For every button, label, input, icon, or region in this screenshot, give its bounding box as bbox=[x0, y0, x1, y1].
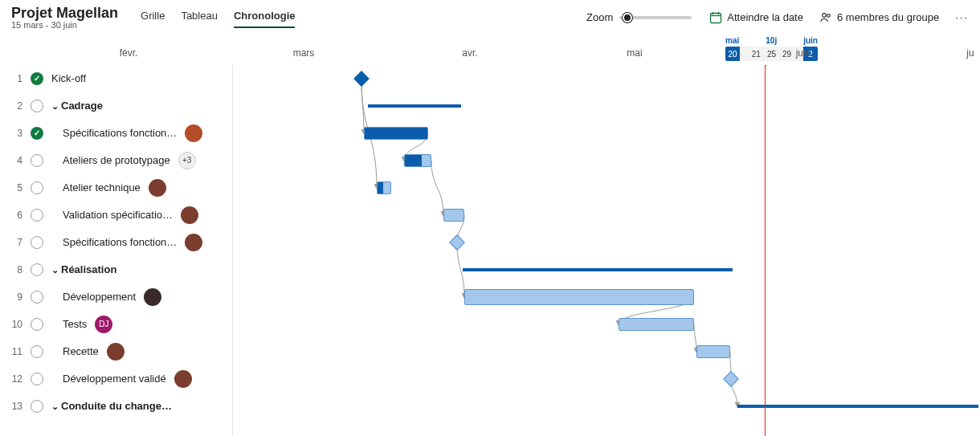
task-name-label: Conduite du changeme… bbox=[51, 400, 172, 412]
gantt-row bbox=[233, 256, 980, 283]
task-bar[interactable] bbox=[619, 318, 694, 331]
gantt-row bbox=[233, 229, 980, 256]
gantt-row bbox=[233, 92, 980, 120]
task-avatar[interactable] bbox=[181, 206, 198, 224]
task-row-number: 8 bbox=[8, 264, 22, 275]
tab-table[interactable]: Tableau bbox=[181, 6, 218, 28]
tab-timeline[interactable]: Chronologie bbox=[234, 6, 296, 28]
group-members-button[interactable]: 6 membres du groupe bbox=[819, 11, 939, 24]
task-status-circle[interactable] bbox=[31, 236, 43, 249]
today-line bbox=[765, 65, 766, 436]
task-row[interactable]: 4Ateliers de prototypage+3 bbox=[0, 147, 232, 174]
gantt-chart-panel[interactable] bbox=[233, 65, 980, 436]
task-row[interactable]: 8Réalisation bbox=[0, 256, 232, 283]
task-name-label: Spécifications fonction… bbox=[63, 127, 177, 139]
svg-rect-0 bbox=[711, 13, 721, 22]
minimap-right-month: juin bbox=[803, 36, 818, 45]
ellipsis-icon: ··· bbox=[955, 11, 969, 23]
ruler-month-label: juin bbox=[796, 47, 811, 59]
task-status-circle[interactable] bbox=[31, 318, 43, 331]
summary-bar[interactable] bbox=[737, 405, 978, 408]
task-row[interactable]: 6Validation spécificatio… bbox=[0, 202, 232, 229]
task-avatar[interactable] bbox=[149, 179, 166, 197]
minimap-day: 25 bbox=[767, 50, 776, 59]
task-status-circle[interactable] bbox=[31, 373, 43, 385]
task-row[interactable]: 9Développement bbox=[0, 283, 232, 311]
task-status-circle[interactable] bbox=[31, 72, 43, 85]
task-status-circle[interactable] bbox=[31, 209, 43, 222]
summary-bar[interactable] bbox=[368, 104, 461, 108]
task-name-label: Développement bbox=[63, 291, 136, 303]
task-avatar[interactable] bbox=[107, 343, 125, 361]
task-name-label: Validation spécificatio… bbox=[63, 209, 173, 221]
content-area: 1Kick-off2Cadrage3Spécifications fonctio… bbox=[0, 65, 980, 436]
task-row-number: 11 bbox=[8, 346, 22, 357]
task-avatar[interactable]: +3 bbox=[178, 152, 196, 169]
milestone-marker[interactable] bbox=[449, 234, 465, 251]
task-row-number: 5 bbox=[8, 182, 22, 194]
task-bar[interactable] bbox=[443, 209, 464, 222]
view-tabs: Grille Tableau Chronologie bbox=[141, 6, 295, 28]
task-bar[interactable] bbox=[364, 127, 428, 140]
milestone-marker[interactable] bbox=[353, 71, 370, 87]
task-row[interactable]: 10TestsDJ bbox=[0, 311, 232, 338]
task-bar[interactable] bbox=[696, 345, 730, 358]
task-row[interactable]: 13Conduite du changeme… bbox=[0, 393, 232, 420]
zoom-slider[interactable] bbox=[619, 16, 692, 19]
task-row[interactable]: 2Cadrage bbox=[0, 92, 232, 120]
gantt-row bbox=[233, 338, 980, 365]
task-avatar[interactable] bbox=[185, 124, 202, 142]
task-avatar[interactable] bbox=[144, 288, 161, 306]
milestone-marker[interactable] bbox=[723, 371, 739, 387]
task-name-label: Atelier technique bbox=[63, 181, 141, 194]
project-title-block: Projet Magellan 15 mars - 30 juin bbox=[11, 5, 118, 30]
task-status-circle[interactable] bbox=[31, 400, 43, 413]
ruler-month-label: ju bbox=[966, 47, 974, 59]
task-row[interactable]: 5Atelier technique bbox=[0, 174, 232, 202]
task-row-number: 9 bbox=[8, 291, 22, 303]
task-bar[interactable] bbox=[404, 154, 431, 167]
task-row-number: 2 bbox=[8, 100, 22, 112]
task-avatar[interactable] bbox=[185, 234, 202, 251]
task-row-number: 13 bbox=[8, 401, 22, 412]
task-row[interactable]: 1Kick-off bbox=[0, 65, 232, 92]
task-row[interactable]: 3Spécifications fonction… bbox=[0, 120, 232, 147]
more-actions-button[interactable]: ··· bbox=[955, 11, 969, 23]
task-status-circle[interactable] bbox=[31, 181, 43, 194]
ruler-month-label: févr. bbox=[120, 47, 138, 59]
task-status-circle[interactable] bbox=[31, 127, 43, 140]
task-row-number: 4 bbox=[8, 155, 22, 166]
task-avatar[interactable] bbox=[174, 370, 192, 388]
summary-bar[interactable] bbox=[463, 268, 733, 271]
gantt-row bbox=[233, 65, 980, 92]
task-bar[interactable] bbox=[464, 289, 694, 305]
goto-date-label: Atteindre la date bbox=[727, 11, 803, 23]
task-name-label: Kick-off bbox=[51, 72, 86, 84]
minimap-day: 29 bbox=[782, 50, 791, 59]
gantt-row bbox=[233, 202, 980, 229]
task-list-panel: 1Kick-off2Cadrage3Spécifications fonctio… bbox=[0, 65, 233, 436]
task-row[interactable]: 7Spécifications fonction… bbox=[0, 229, 232, 256]
gantt-row bbox=[233, 393, 980, 420]
task-status-circle[interactable] bbox=[31, 263, 43, 276]
task-row-number: 10 bbox=[8, 319, 22, 330]
gantt-row bbox=[233, 311, 980, 338]
goto-date-button[interactable]: Atteindre la date bbox=[709, 11, 803, 24]
task-status-circle[interactable] bbox=[31, 154, 43, 167]
task-status-circle[interactable] bbox=[31, 291, 43, 304]
project-title: Projet Magellan bbox=[11, 5, 118, 22]
task-bar[interactable] bbox=[377, 181, 391, 194]
tab-grid[interactable]: Grille bbox=[141, 6, 165, 28]
task-row[interactable]: 12Développement validé bbox=[0, 365, 232, 393]
calendar-icon bbox=[709, 11, 722, 24]
task-row[interactable]: 11Recette bbox=[0, 338, 232, 365]
task-avatar[interactable]: DJ bbox=[95, 316, 112, 333]
people-icon bbox=[819, 11, 832, 24]
task-status-circle[interactable] bbox=[31, 100, 43, 112]
gantt-row bbox=[233, 147, 980, 174]
ruler-month-label: mars bbox=[293, 47, 315, 59]
minimap-mid-label: 10j bbox=[766, 36, 777, 45]
ruler-month-label: mai bbox=[627, 47, 642, 59]
task-row-number: 7 bbox=[8, 237, 22, 248]
task-status-circle[interactable] bbox=[31, 345, 43, 358]
